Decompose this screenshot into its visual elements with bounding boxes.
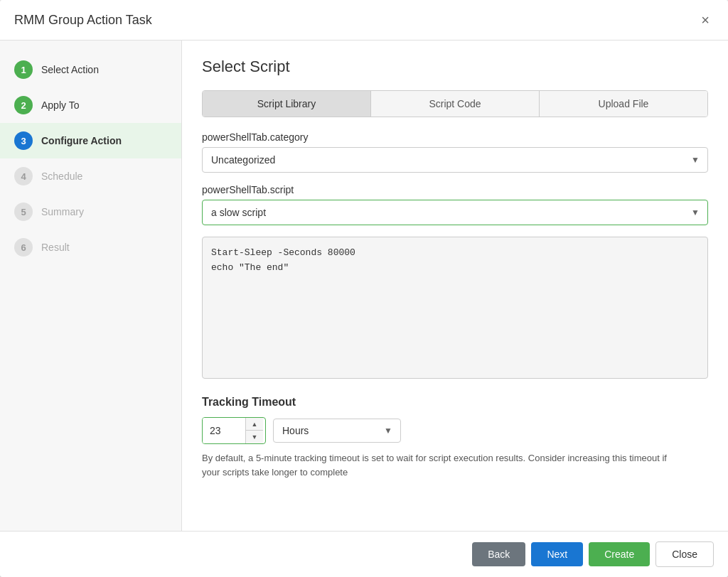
sidebar-item-summary[interactable]: 5 Summary xyxy=(0,194,181,230)
script-tabs: Script Library Script Code Upload File xyxy=(202,90,708,117)
timeout-number-wrapper: ▲ ▼ xyxy=(202,417,266,444)
sidebar-item-schedule[interactable]: 4 Schedule xyxy=(0,158,181,194)
step-number-5: 5 xyxy=(14,203,33,221)
step-number-3: 3 xyxy=(14,131,33,150)
main-content: Select Script Script Library Script Code… xyxy=(182,41,728,531)
sidebar-item-apply-to[interactable]: 2 Apply To xyxy=(0,87,181,123)
category-label: powerShellTab.category xyxy=(202,131,708,143)
timeout-increment-button[interactable]: ▲ xyxy=(246,418,263,431)
timeout-number-input[interactable] xyxy=(203,418,245,443)
back-button[interactable]: Back xyxy=(472,542,525,566)
step-number-1: 1 xyxy=(14,60,33,79)
tab-script-code[interactable]: Script Code xyxy=(371,91,540,117)
modal: RMM Group Action Task × 1 Select Action … xyxy=(0,0,728,577)
script-field-group: powerShellTab.script a slow script ▼ xyxy=(202,184,708,225)
step-number-4: 4 xyxy=(14,167,33,185)
section-title: Select Script xyxy=(202,58,708,76)
code-preview-group: Start-Sleep -Seconds 80000 echo "The end… xyxy=(202,237,708,382)
modal-body: 1 Select Action 2 Apply To 3 Configure A… xyxy=(0,41,728,531)
category-field-group: powerShellTab.category Uncategorized ▼ xyxy=(202,131,708,173)
step-number-2: 2 xyxy=(14,96,33,114)
timeout-row: ▲ ▼ Minutes Hours Days ▼ xyxy=(202,417,708,444)
tracking-timeout-section: Tracking Timeout ▲ ▼ Minutes Hours xyxy=(202,396,708,479)
category-select[interactable]: Uncategorized xyxy=(202,147,708,173)
sidebar: 1 Select Action 2 Apply To 3 Configure A… xyxy=(0,41,182,531)
script-label: powerShellTab.script xyxy=(202,184,708,195)
timeout-unit-wrapper: Minutes Hours Days ▼ xyxy=(273,419,401,443)
tab-script-library[interactable]: Script Library xyxy=(203,91,371,117)
close-icon[interactable]: × xyxy=(697,11,714,28)
sidebar-item-configure-action[interactable]: 3 Configure Action xyxy=(0,123,181,158)
tracking-hint: By default, a 5-minute tracking timeout … xyxy=(202,451,685,479)
close-button[interactable]: Close xyxy=(655,541,714,567)
create-button[interactable]: Create xyxy=(589,542,650,566)
step-label-1: Select Action xyxy=(41,64,99,75)
tab-upload-file[interactable]: Upload File xyxy=(540,91,707,117)
tracking-title: Tracking Timeout xyxy=(202,396,708,409)
step-label-6: Result xyxy=(41,242,70,253)
step-label-4: Schedule xyxy=(41,171,82,182)
modal-header: RMM Group Action Task × xyxy=(0,0,728,41)
script-select-wrapper: a slow script ▼ xyxy=(202,200,708,225)
modal-title: RMM Group Action Task xyxy=(14,13,152,28)
timeout-unit-select[interactable]: Minutes Hours Days xyxy=(273,419,401,443)
step-number-6: 6 xyxy=(14,238,33,257)
timeout-spinners: ▲ ▼ xyxy=(245,418,263,443)
step-label-3: Configure Action xyxy=(41,135,122,146)
script-code-preview[interactable]: Start-Sleep -Seconds 80000 echo "The end… xyxy=(202,237,708,379)
timeout-decrement-button[interactable]: ▼ xyxy=(246,431,263,443)
step-label-5: Summary xyxy=(41,206,84,217)
sidebar-item-select-action[interactable]: 1 Select Action xyxy=(0,52,181,87)
next-button[interactable]: Next xyxy=(531,542,583,566)
modal-footer: Back Next Create Close xyxy=(0,531,728,577)
category-select-wrapper: Uncategorized ▼ xyxy=(202,147,708,173)
step-label-2: Apply To xyxy=(41,99,79,111)
script-select[interactable]: a slow script xyxy=(202,200,708,225)
sidebar-item-result[interactable]: 6 Result xyxy=(0,230,181,265)
